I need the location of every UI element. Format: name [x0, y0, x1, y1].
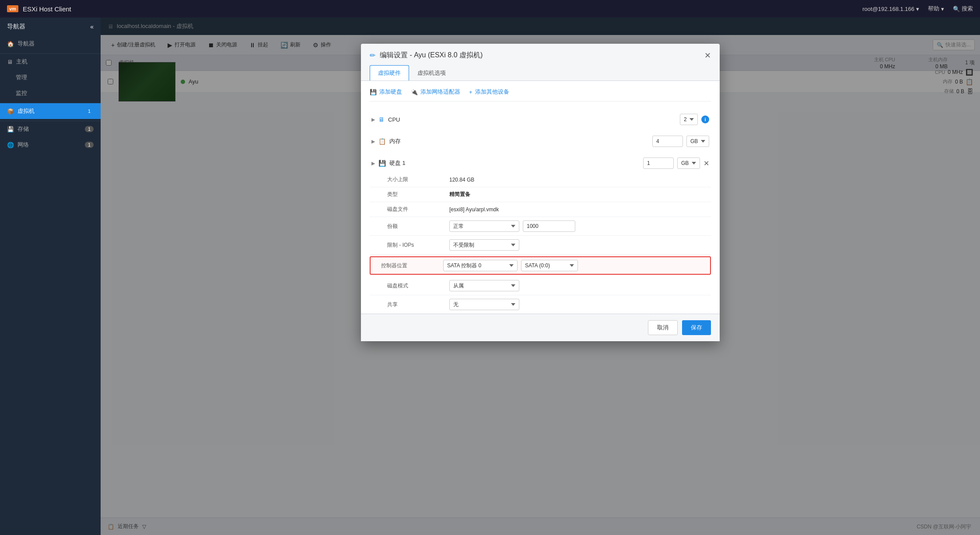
- add-nic-icon: 🔌: [411, 89, 418, 95]
- disk1-size-unit-select[interactable]: GB MB: [677, 157, 700, 169]
- disk1-file-label: 磁盘文件: [387, 206, 444, 213]
- disk1-controller-controls: SATA 控制器 0 SCSI 控制器 0 SATA (0:0) SATA (0…: [443, 260, 578, 271]
- sidebar-item-storage[interactable]: 💾 存储 1: [0, 121, 101, 137]
- add-nic-label: 添加网络适配器: [420, 88, 460, 96]
- disk1-sharing-label: 共享: [387, 301, 444, 308]
- user-chevron-icon: ▾: [916, 6, 919, 12]
- dialog-overlay: ✏ 编辑设置 - Ayu (ESXi 8.0 虚拟机) ✕ 虚拟硬件 虚拟机选项…: [101, 17, 980, 535]
- sidebar-collapse-icon[interactable]: «: [90, 23, 94, 30]
- disk1-controller-select[interactable]: SATA 控制器 0 SCSI 控制器 0: [443, 260, 518, 271]
- add-nic-button[interactable]: 🔌 添加网络适配器: [411, 88, 460, 96]
- disk1-size-input[interactable]: [643, 157, 674, 169]
- user-label: root@192.168.1.166: [862, 6, 914, 12]
- memory-unit-select[interactable]: GB MB: [686, 136, 709, 147]
- disk1-file-row: 磁盘文件 [esxi8] Ayu/arpl.vmdk: [370, 202, 711, 217]
- disk1-maxsize-label: 大小上限: [387, 176, 444, 183]
- disk1-chevron-icon: ▶: [371, 161, 375, 166]
- disk1-sharing-select[interactable]: 无 多写入器: [449, 299, 519, 310]
- user-info[interactable]: root@192.168.1.166 ▾: [862, 6, 919, 12]
- memory-value-input[interactable]: [652, 136, 683, 147]
- disk1-share-num-input[interactable]: [523, 220, 575, 232]
- dialog-header: ✏ 编辑设置 - Ayu (ESXi 8.0 虚拟机) ✕: [361, 44, 720, 60]
- sidebar-item-vm[interactable]: 📦 虚拟机 1: [0, 103, 101, 119]
- disk1-section-header[interactable]: ▶ 💾 硬盘 1 GB MB ✕: [370, 154, 711, 172]
- sidebar-section-storage: 💾 存储 1 🌐 网络 1: [0, 121, 101, 153]
- storage-icon: 💾: [7, 126, 14, 133]
- disk1-type-row: 类型 精简置备: [370, 187, 711, 202]
- disk1-limit-label: 限制 - IOPs: [387, 241, 444, 249]
- vm-logo: vm: [7, 5, 18, 12]
- disk1-sharing-row: 共享 无 多写入器: [370, 295, 711, 314]
- cpu-device-icon: 🖥: [378, 116, 385, 123]
- add-other-button[interactable]: + 添加其他设备: [469, 88, 509, 96]
- add-disk-icon: 💾: [370, 89, 377, 95]
- app-title: ESXi Host Client: [23, 5, 71, 13]
- topbar-left: vm ESXi Host Client: [7, 5, 71, 13]
- save-button[interactable]: 保存: [682, 320, 711, 335]
- disk1-type-label: 类型: [387, 191, 444, 198]
- dialog-title: 编辑设置 - Ayu (ESXi 8.0 虚拟机): [380, 51, 483, 60]
- help-label: 帮助: [928, 5, 939, 13]
- dialog-footer: 取消 保存: [361, 314, 720, 341]
- sidebar-item-nav[interactable]: 🏠 导航器: [0, 36, 101, 52]
- network-badge: 1: [85, 142, 94, 148]
- help-chevron-icon: ▾: [941, 6, 944, 12]
- memory-label: 内存: [389, 137, 401, 145]
- disk1-limit-row: 限制 - IOPs 不受限制: [370, 236, 711, 255]
- dialog-close-button[interactable]: ✕: [703, 50, 713, 61]
- memory-section: ▶ 📋 内存 GB MB: [370, 132, 711, 150]
- cpu-label: CPU: [388, 116, 400, 123]
- dialog-tabs: 虚拟硬件 虚拟机选项: [361, 60, 720, 81]
- cpu-chevron-icon: ▶: [371, 117, 375, 122]
- help-button[interactable]: 帮助 ▾: [928, 5, 944, 13]
- disk1-label: 硬盘 1: [389, 159, 406, 167]
- topbar: vm ESXi Host Client root@192.168.1.166 ▾…: [0, 0, 980, 17]
- sidebar-item-label: 网络: [18, 141, 29, 149]
- search-label: 搜索: [962, 5, 973, 13]
- sidebar: 导航器 « 🏠 导航器 🖥 主机 管理 监控 📦 虚拟机 1: [0, 17, 101, 535]
- cpu-section-header[interactable]: ▶ 🖥 CPU 2 1 4 8 i: [370, 110, 711, 129]
- disk1-device-icon: 💾: [378, 160, 386, 167]
- sidebar-section-vm: 📦 虚拟机 1: [0, 103, 101, 119]
- sidebar-item-label: 管理: [16, 73, 27, 81]
- memory-device-icon: 📋: [378, 138, 386, 145]
- tab-hardware[interactable]: 虚拟硬件: [370, 65, 409, 80]
- edit-settings-dialog: ✏ 编辑设置 - Ayu (ESXi 8.0 虚拟机) ✕ 虚拟硬件 虚拟机选项…: [361, 44, 720, 341]
- sidebar-item-network[interactable]: 🌐 网络 1: [0, 137, 101, 153]
- dialog-title-icon: ✏: [370, 51, 375, 59]
- search-button[interactable]: 🔍 搜索: [953, 5, 973, 13]
- vm-icon: 📦: [7, 108, 14, 115]
- content-area: 🖥 localhost.localdomain - 虚拟机 + 创建/注册虚拟机…: [101, 17, 980, 535]
- add-device-row: 💾 添加硬盘 🔌 添加网络适配器 + 添加其他设备: [370, 88, 711, 101]
- disk1-controller-label: 控制器位置: [381, 262, 438, 269]
- sidebar-item-label: 主机: [16, 58, 28, 66]
- disk1-slot-select[interactable]: SATA (0:0) SATA (0:1): [521, 260, 578, 271]
- home-icon: 🏠: [7, 41, 14, 47]
- vm-badge: 1: [85, 108, 94, 114]
- main-layout: 导航器 « 🏠 导航器 🖥 主机 管理 监控 📦 虚拟机 1: [0, 17, 980, 535]
- disk1-controller-row: 控制器位置 SATA 控制器 0 SCSI 控制器 0 SATA (0:0) S…: [370, 256, 711, 275]
- cancel-button[interactable]: 取消: [648, 320, 678, 335]
- disk1-section: ▶ 💾 硬盘 1 GB MB ✕: [370, 154, 711, 314]
- disk1-close-button[interactable]: ✕: [704, 159, 709, 168]
- tab-options[interactable]: 虚拟机选项: [409, 65, 454, 80]
- sidebar-item-label: 虚拟机: [18, 107, 35, 115]
- cpu-info-icon[interactable]: i: [701, 115, 709, 123]
- sidebar-item-manage[interactable]: 管理: [0, 70, 101, 85]
- disk1-mode-row: 磁盘模式 从属 独立-持久 独立-非持久: [370, 276, 711, 295]
- disk1-share-row: 份额 正常 高 低 自定义: [370, 217, 711, 236]
- disk1-share-label: 份额: [387, 223, 444, 230]
- disk1-mode-select[interactable]: 从属 独立-持久 独立-非持久: [449, 280, 519, 291]
- sidebar-item-host[interactable]: 🖥 主机: [0, 54, 101, 70]
- sidebar-section-host: 🖥 主机 管理 监控: [0, 53, 101, 101]
- add-other-icon: +: [469, 89, 472, 95]
- sidebar-item-monitor[interactable]: 监控: [0, 85, 101, 101]
- memory-section-header[interactable]: ▶ 📋 内存 GB MB: [370, 132, 711, 150]
- disk1-share-select[interactable]: 正常 高 低 自定义: [449, 220, 519, 232]
- cpu-count-select[interactable]: 2 1 4 8: [680, 114, 698, 125]
- disk1-limit-select[interactable]: 不受限制: [449, 239, 519, 251]
- add-other-label: 添加其他设备: [475, 88, 509, 96]
- disk1-share-controls: 正常 高 低 自定义: [449, 220, 575, 232]
- storage-badge: 1: [85, 126, 94, 132]
- add-disk-button[interactable]: 💾 添加硬盘: [370, 88, 402, 96]
